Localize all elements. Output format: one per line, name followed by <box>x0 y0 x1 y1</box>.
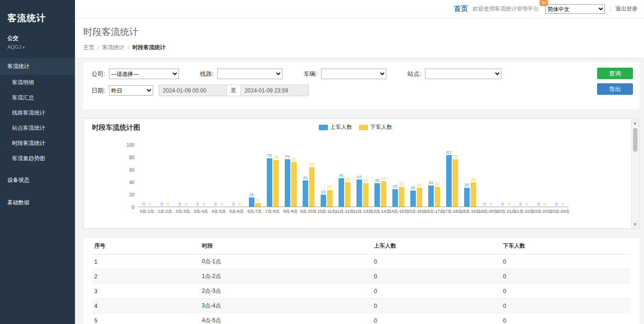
sidebar-item[interactable]: 站点客流统计 <box>0 121 75 136</box>
bar-wrap: 38 <box>363 178 368 207</box>
sidebar-item[interactable]: 线路客流统计 <box>0 105 75 121</box>
bar[interactable] <box>249 197 254 207</box>
legend-item[interactable]: 上车人数 <box>319 123 352 131</box>
bar[interactable] <box>417 188 422 207</box>
table-cell: 0 <box>501 269 630 284</box>
export-button[interactable]: 导出 <box>597 83 633 95</box>
bar[interactable] <box>339 178 344 207</box>
x-tick-label: 3点-4点 <box>192 208 210 214</box>
bar-value-label: 46 <box>339 173 343 178</box>
legend-swatch-icon <box>319 125 328 130</box>
sidebar-item[interactable]: 客流量趋势图 <box>0 151 75 166</box>
legend-item[interactable]: 下车人数 <box>359 123 392 131</box>
bar[interactable] <box>471 182 476 207</box>
bar-wrap: 28 <box>392 184 398 207</box>
bar[interactable] <box>399 187 404 207</box>
bar[interactable] <box>321 195 326 207</box>
bar[interactable] <box>428 185 434 207</box>
bar-value-label: 0 <box>501 202 504 206</box>
bar[interactable] <box>267 158 272 207</box>
bar-value-label: 0 <box>214 202 217 206</box>
line-label: 线路: <box>200 70 214 78</box>
org-selector[interactable]: AQGJ ▾ <box>0 43 75 58</box>
sidebar-section-passenger-flow[interactable]: 客流统计 <box>0 58 75 75</box>
scrollbar-thumb[interactable] <box>633 128 638 152</box>
date-start-input[interactable] <box>159 85 227 96</box>
bar-wrap: 42 <box>303 175 308 207</box>
table-row: 21点-2点00 <box>92 269 630 284</box>
logout-link[interactable]: 退出登录 <box>615 5 638 13</box>
table-row: 32点-3点00 <box>92 284 630 299</box>
line-select[interactable] <box>217 69 282 79</box>
bar[interactable] <box>285 159 290 207</box>
bar[interactable] <box>255 203 261 207</box>
bar-value-label: 15 <box>249 192 253 197</box>
bar-wrap: 0 <box>518 202 523 207</box>
table-cell: 5 <box>92 313 200 324</box>
bar[interactable] <box>410 191 416 207</box>
bar-value-label: 0 <box>555 202 558 206</box>
table-cell: 0 <box>372 299 501 313</box>
bar[interactable] <box>309 167 315 207</box>
scroll-up-icon[interactable]: ▲ <box>632 119 639 127</box>
bar[interactable] <box>363 183 368 207</box>
bar-wrap: 0 <box>542 202 548 207</box>
bar-value-label: 28 <box>392 184 397 189</box>
sidebar-item[interactable]: 客流汇总 <box>0 90 75 105</box>
sidebar-section-base-data[interactable]: 基础数据 <box>0 194 75 211</box>
page-title: 时段客流统计 <box>83 26 644 38</box>
sidebar-item[interactable]: 时段客流统计 <box>0 136 75 151</box>
date-end-input[interactable] <box>241 85 309 96</box>
x-tick-label: 5点-6点 <box>228 208 246 214</box>
bar[interactable] <box>464 188 470 207</box>
language-select[interactable]: 简体中文 <box>545 4 605 14</box>
table-cell: 0 <box>372 313 501 324</box>
table-cell: 0点-1点 <box>200 255 372 269</box>
bar[interactable] <box>327 190 333 207</box>
bar-group: 00 <box>515 145 533 207</box>
bar[interactable] <box>303 180 308 207</box>
date-preset-select[interactable]: 昨日 <box>109 85 153 96</box>
bar-wrap: 15 <box>249 192 254 207</box>
date-range: 至 <box>159 85 309 96</box>
bar[interactable] <box>356 179 362 207</box>
sidebar-item[interactable]: 客流明细 <box>0 75 75 90</box>
chart-scrollbar[interactable]: ▲ ▼ <box>631 119 638 228</box>
table-cell: 1 <box>92 255 200 269</box>
scroll-down-icon[interactable]: ▼ <box>632 220 639 228</box>
bar[interactable] <box>435 187 440 207</box>
bar-value-label: 44 <box>356 174 361 179</box>
bar[interactable] <box>345 182 351 207</box>
bar[interactable] <box>446 155 452 207</box>
bar[interactable] <box>453 159 458 207</box>
bar-wrap: 0 <box>219 202 225 207</box>
bar[interactable] <box>392 189 398 207</box>
vehicle-select[interactable] <box>321 69 386 79</box>
sidebar-section-device-status[interactable]: 设备状态 <box>0 172 75 189</box>
bar-group: 7672 <box>282 145 299 207</box>
content: 公司: ---请选择--- 线路: 车辆: 站点: <box>75 58 644 324</box>
breadcrumb-item[interactable]: 主页 <box>83 44 94 52</box>
bar-group: 7875 <box>264 145 282 207</box>
bar[interactable] <box>291 162 297 207</box>
company-select[interactable]: ---请选择--- <box>109 69 179 79</box>
bar-value-label: 32 <box>399 182 403 186</box>
bar-value-label: 0 <box>508 202 510 206</box>
bar-group: 00 <box>192 145 210 207</box>
chart-area: 020406080100 000000000000156787576724264… <box>92 145 627 207</box>
bar[interactable] <box>273 160 279 207</box>
y-tick-label: 0 <box>132 205 134 210</box>
breadcrumb-item[interactable]: 客流统计 <box>102 44 124 52</box>
bar-value-label: 72 <box>291 157 296 162</box>
welcome-text: 欢迎使用客流统计管理平台 <box>472 5 539 13</box>
bar[interactable] <box>374 183 380 207</box>
bar-wrap: 46 <box>339 173 344 207</box>
search-button[interactable]: 查询 <box>597 68 633 79</box>
bar-group: 00 <box>533 145 551 207</box>
station-select[interactable] <box>425 69 501 79</box>
bar-value-label: 83 <box>446 150 451 155</box>
col-header-boarding: 上车人数 <box>372 238 501 255</box>
notification-badge[interactable]: 34 <box>540 0 548 6</box>
bar[interactable] <box>381 181 386 207</box>
home-link[interactable]: 首页 <box>454 5 468 13</box>
